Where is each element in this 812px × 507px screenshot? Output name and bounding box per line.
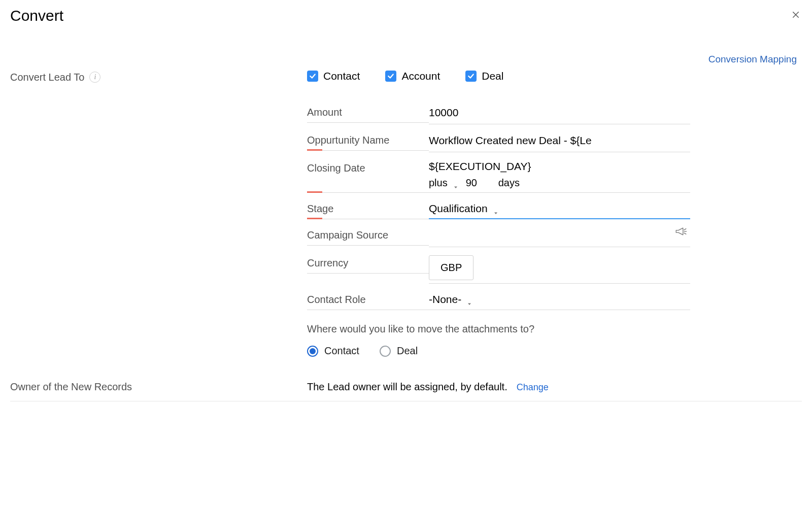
radio-icon [307, 346, 318, 357]
label-campaign-source: Campaign Source [307, 219, 429, 246]
megaphone-icon[interactable] [675, 226, 687, 239]
checkbox-deal-label: Deal [482, 70, 503, 82]
attachments-question: Where would you like to move the attachm… [307, 323, 690, 335]
close-icon [791, 10, 800, 21]
opportunity-name-input[interactable] [429, 132, 690, 149]
svg-marker-2 [454, 186, 457, 188]
closing-date-expression: ${EXECUTION_DAY} [429, 160, 690, 173]
amount-input[interactable] [429, 105, 690, 121]
stage-dropdown[interactable]: Qualification [429, 202, 498, 215]
radio-icon [380, 346, 391, 357]
closing-offset-value-input[interactable] [465, 177, 491, 189]
checkbox-account-label: Account [401, 70, 440, 82]
radio-attachments-deal[interactable]: Deal [380, 345, 418, 357]
checkbox-account[interactable]: Account [385, 70, 440, 82]
page-title: Convert [10, 7, 63, 24]
check-icon [385, 71, 396, 82]
svg-marker-3 [494, 212, 497, 214]
radio-attachments-contact-label: Contact [324, 345, 359, 357]
currency-select[interactable]: GBP [429, 255, 473, 280]
owner-label: Owner of the New Records [10, 381, 307, 393]
contact-role-dropdown[interactable]: -None- [429, 293, 471, 306]
check-icon [307, 71, 318, 82]
svg-line-4 [684, 229, 686, 230]
checkbox-contact-label: Contact [323, 70, 360, 82]
closing-offset-operator-value: plus [429, 177, 448, 189]
label-stage: Stage [307, 193, 429, 219]
chevron-down-icon [466, 297, 471, 302]
chevron-down-icon [493, 207, 498, 212]
chevron-down-icon [453, 181, 458, 186]
contact-role-value: -None- [429, 293, 461, 306]
radio-attachments-deal-label: Deal [397, 345, 418, 357]
stage-value: Qualification [429, 202, 488, 215]
label-contact-role: Contact Role [307, 284, 429, 310]
owner-default-text: The Lead owner will be assigned, by defa… [307, 381, 507, 393]
label-opportunity-name: Oppurtunity Name [307, 124, 429, 151]
radio-attachments-contact[interactable]: Contact [307, 345, 359, 357]
label-amount: Amount [307, 96, 429, 123]
checkbox-deal[interactable]: Deal [465, 70, 503, 82]
svg-line-6 [684, 233, 686, 234]
svg-marker-7 [468, 303, 471, 305]
convert-lead-to-label: Convert Lead To [10, 72, 84, 83]
label-closing-date: Closing Date [307, 152, 429, 193]
campaign-source-input[interactable] [429, 227, 690, 244]
closing-offset-operator-dropdown[interactable]: plus [429, 177, 458, 189]
checkbox-contact[interactable]: Contact [307, 70, 360, 82]
info-icon[interactable]: i [89, 72, 100, 83]
check-icon [465, 71, 477, 82]
conversion-mapping-link[interactable]: Conversion Mapping [708, 54, 797, 65]
closing-offset-unit: days [498, 177, 520, 189]
close-button[interactable] [790, 10, 802, 22]
label-currency: Currency [307, 247, 429, 274]
change-owner-link[interactable]: Change [517, 382, 549, 393]
